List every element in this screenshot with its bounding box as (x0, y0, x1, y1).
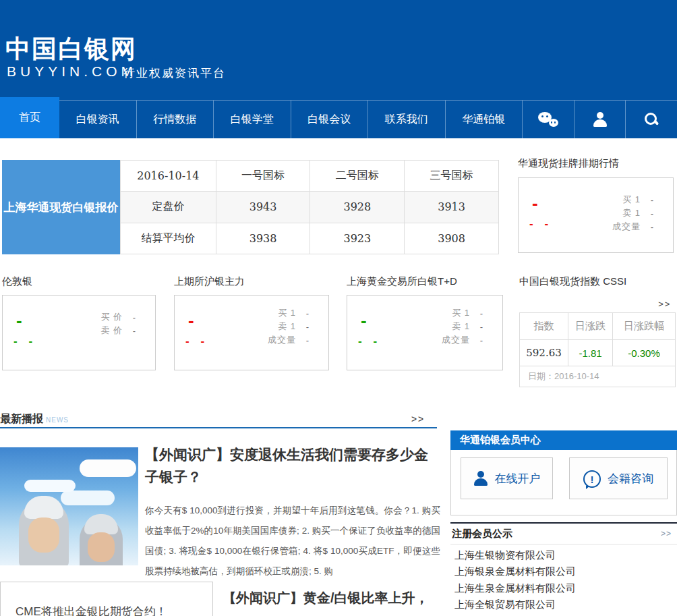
article-thumbnail-image[interactable] (0, 447, 138, 565)
membership-inquiry-label: 会籍咨询 (608, 471, 653, 486)
spot-col-date: 2016-10-14 (121, 161, 216, 192)
bid-value: - (296, 308, 319, 318)
member-center-panel: 在线开户 会籍咨询 (450, 450, 677, 515)
exclamation-bubble-icon (583, 470, 601, 486)
volume-label: 成交量 (268, 334, 296, 346)
ask-value: - (296, 322, 319, 332)
spot-value: 3908 (405, 223, 499, 254)
registered-members-title: 注册会员公示 (452, 528, 512, 540)
spot-value: 3928 (310, 192, 405, 223)
huatong-quote-title: 华通现货挂牌排期行情 (518, 157, 619, 170)
news-more-link[interactable]: >> (411, 414, 425, 424)
elderly-couple-art (80, 517, 123, 565)
registered-members-panel: 注册会员公示 >> 上海生银物资有限公司 上海银泉金属材料有限公司 上海生泉金属… (450, 522, 677, 616)
volume-value: - (296, 335, 319, 345)
spot-value: 3923 (310, 223, 405, 254)
cssi-header-row: 指数 日涨跌 日涨跌幅 (520, 313, 675, 340)
cssi-col-change-pct: 日涨跌幅 (613, 313, 675, 339)
secondary-article-title[interactable]: CME将推出金银比期货合约！ (16, 604, 167, 616)
spot-row-label: 定盘价 (121, 192, 216, 223)
cssi-date: 日期：2016-10-14 (520, 366, 675, 387)
spot-table-row-header: 上海华通现货白银报价 (2, 160, 120, 254)
search-icon (644, 112, 659, 127)
bid-label: 买 1 (452, 307, 470, 319)
nav-item-market-data[interactable]: 行情数据 (137, 101, 214, 138)
bid-label: 买 1 (622, 194, 641, 206)
wechat-button[interactable] (523, 101, 575, 138)
registered-members-more-link[interactable]: >> (661, 529, 672, 538)
nav-icon-bar (523, 101, 677, 138)
table-row: 结算平均价 3938 3923 3908 (121, 223, 499, 254)
sge-change-placeholder: - - (358, 335, 381, 348)
list-item[interactable]: 上海生泉金属材料有限公司 (450, 580, 677, 596)
list-item[interactable]: 上海银泉金属材料有限公司 (450, 563, 677, 580)
cloud-art (80, 459, 136, 477)
sge-td-box: - - - 买 1- 卖 1- 成交量- (347, 295, 503, 370)
bid-value: - (470, 308, 493, 318)
cssi-more-link[interactable]: >> (658, 299, 671, 309)
secondary-article-box[interactable]: CME将推出金银比期货合约！ (0, 582, 213, 616)
ask-label: 卖 1 (278, 320, 296, 333)
news-divider (0, 427, 437, 428)
bid-value: - (641, 195, 664, 205)
open-account-button[interactable]: 在线开户 (461, 457, 553, 499)
nav-item-contact-us[interactable]: 联系我们 (368, 101, 446, 138)
article-title-link[interactable]: 【外闻识广】安度退休生活我们需要存多少金子银子？ (145, 443, 440, 488)
london-silver-title: 伦敦银 (2, 275, 32, 288)
elderly-couple-art (19, 500, 69, 565)
volume-value: - (470, 335, 493, 345)
user-icon (592, 112, 608, 127)
nav-item-silver-school[interactable]: 白银学堂 (214, 101, 291, 138)
shfe-price-placeholder: - (188, 310, 194, 331)
spot-table-header-row: 2016-10-14 一号国标 二号国标 三号国标 (121, 161, 499, 192)
spot-col-grade1: 一号国标 (216, 161, 310, 192)
cssi-col-index: 指数 (520, 313, 568, 339)
wechat-icon (538, 112, 558, 127)
shfe-silver-box: - - - 买 1- 卖 1- 成交量- (174, 295, 329, 370)
list-item[interactable]: 上海全银贸易有限公司 (450, 596, 677, 613)
page: 中国白银网 BUYYIN.COM 行业权威资讯平台 首页 白银资讯 行情数据 白… (0, 0, 677, 616)
volume-value: - (641, 222, 664, 232)
spot-price-table: 2016-10-14 一号国标 二号国标 三号国标 定盘价 3943 3928 … (120, 160, 499, 254)
nav-item-silver-news[interactable]: 白银资讯 (59, 101, 137, 138)
site-domain: BUYYIN.COM (7, 63, 137, 80)
registered-members-list: 上海生银物资有限公司 上海银泉金属材料有限公司 上海生泉金属材料有限公司 上海全… (450, 544, 677, 616)
site-tagline: 行业权威资讯平台 (123, 65, 226, 81)
cssi-table: 指数 日涨跌 日涨跌幅 592.63 -1.81 -0.30% 日期：2016-… (519, 312, 676, 387)
london-change-placeholder: - - (13, 335, 36, 348)
shfe-silver-title: 上期所沪银主力 (174, 275, 245, 288)
london-price-placeholder: - (16, 310, 22, 331)
tertiary-article-title[interactable]: 【外闻识广】黄金/白银比率上升， (223, 589, 445, 607)
shfe-change-placeholder: - - (185, 335, 208, 348)
user-icon (473, 471, 488, 486)
sge-price-placeholder: - (361, 310, 367, 331)
membership-inquiry-button[interactable]: 会籍咨询 (569, 457, 668, 499)
spot-row-label: 结算平均价 (121, 223, 216, 254)
nav-item-huatong-platinum[interactable]: 华通铂银 (446, 101, 523, 138)
cssi-value-row: 592.63 -1.81 -0.30% (520, 340, 675, 366)
huatong-price-placeholder: - (532, 193, 538, 214)
news-section-header: 最新播报NEWS >> (0, 412, 437, 427)
london-silver-box: - - - 买 价- 卖 价- (2, 295, 156, 370)
ask-value: - (470, 322, 493, 332)
news-section-subtitle: NEWS (46, 416, 69, 424)
spot-col-grade3: 三号国标 (405, 161, 499, 192)
registered-members-header: 注册会员公示 >> (450, 524, 677, 544)
cssi-col-change: 日涨跌 (568, 313, 613, 339)
huatong-change-placeholder: - - (529, 217, 552, 231)
cssi-change-value: -1.81 (568, 340, 613, 366)
cssi-change-pct-value: -0.30% (613, 340, 675, 366)
nav-item-silver-conference[interactable]: 白银会议 (291, 101, 369, 138)
site-logo[interactable]: 中国白银网 (5, 32, 137, 66)
user-account-button[interactable] (575, 101, 626, 138)
list-item[interactable]: 上海生银物资有限公司 (450, 547, 677, 563)
cssi-index-value: 592.63 (520, 340, 568, 366)
nav-item-home[interactable]: 首页 (0, 97, 59, 138)
ask-label: 卖 1 (452, 320, 470, 333)
nav-bar: 白银资讯 行情数据 白银学堂 白银会议 联系我们 华通铂银 (59, 101, 523, 138)
member-center-header: 华通铂银会员中心 (450, 430, 677, 450)
list-item[interactable]: 上海华通铂银交易市场有限公司 (450, 613, 677, 616)
bid-label: 买 1 (278, 307, 296, 319)
search-button[interactable] (626, 101, 677, 138)
spot-value: 3943 (216, 192, 310, 223)
